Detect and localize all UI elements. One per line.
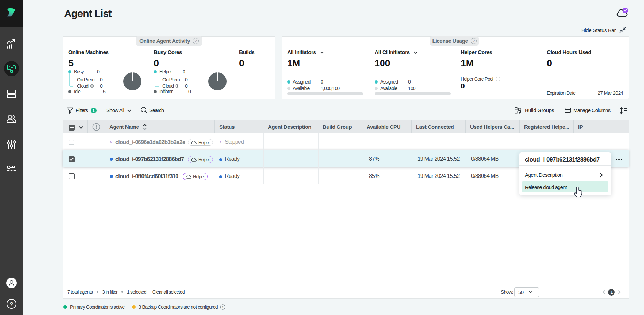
svg-text:?: ? bbox=[10, 301, 13, 307]
svg-text:?: ? bbox=[222, 306, 223, 309]
